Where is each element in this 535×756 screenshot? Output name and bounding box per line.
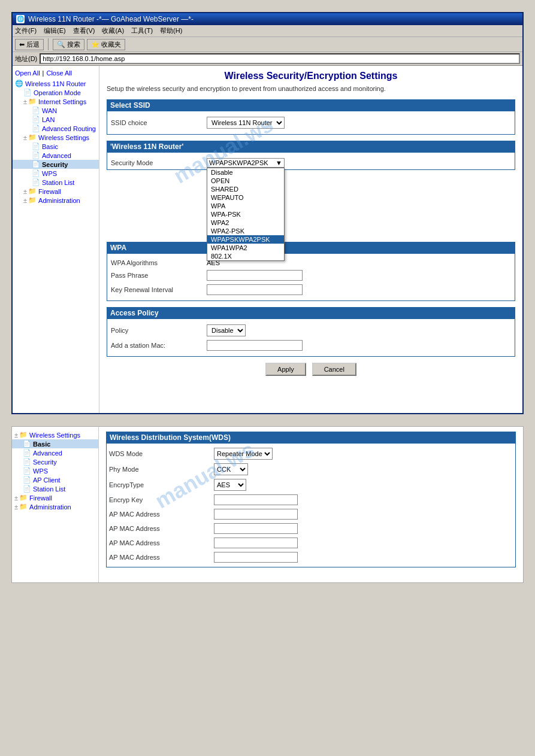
ap-mac-row-2: AP MAC Address: [109, 536, 513, 550]
wds-mode-select[interactable]: Repeater Mode Disable Bridge Mode: [214, 448, 273, 460]
toolbar-separator: [48, 38, 49, 50]
phy-mode-select[interactable]: CCK OFDM HTMIX: [214, 463, 248, 475]
ap-mac-row-0: AP MAC Address: [109, 507, 513, 521]
key-renewal-input[interactable]: [207, 284, 303, 295]
nav-item-internet-settings[interactable]: ±📁Internet Settings: [13, 97, 99, 106]
folder-expand-icon: ±: [23, 134, 27, 141]
folder-expand-icon: ±: [23, 197, 27, 204]
nav-item-basic[interactable]: 📄Basic: [12, 439, 98, 448]
second-nav-tree: ±📁Wireless Settings📄Basic📄Advanced📄Secur…: [12, 429, 98, 512]
dd-item-wepauto[interactable]: WEPAUTO: [207, 193, 284, 202]
nav-item-wps[interactable]: 📄WPS: [13, 169, 99, 178]
nav-item-advanced[interactable]: 📄Advanced: [13, 151, 99, 160]
ap-mac-input-3[interactable]: [214, 552, 298, 563]
ssid-select[interactable]: Wireless 11N Router: [207, 117, 285, 129]
nav-item-firewall[interactable]: ±📁Firewall: [13, 187, 99, 196]
security-mode-label: Security Mode: [111, 159, 207, 166]
encryp-type-row: EncrypType NONE WEP TKIP AES: [109, 477, 513, 493]
open-all-link[interactable]: Open All: [15, 69, 40, 77]
dd-item-8021x[interactable]: 802.1X: [207, 252, 284, 260]
dd-item-wpa2[interactable]: WPA2: [207, 218, 284, 227]
page-icon: 📄: [23, 467, 31, 475]
nav-item-station-list[interactable]: 📄Station List: [13, 178, 99, 187]
nav-item-operation-mode[interactable]: 📄Operation Mode: [13, 88, 99, 97]
nav-item-label: WPS: [42, 170, 57, 177]
nav-item-label: Operation Mode: [34, 89, 81, 96]
nav-item-basic[interactable]: 📄Basic: [13, 142, 99, 151]
nav-item-security[interactable]: 📄Security: [13, 160, 99, 169]
nav-item-wireless-settings[interactable]: ±📁Wireless Settings: [12, 430, 98, 439]
nav-item-label: Advanced: [33, 450, 62, 457]
page-icon: 📄: [23, 449, 31, 457]
menu-view[interactable]: 查看(V): [73, 26, 95, 35]
button-row: Apply Cancel: [107, 363, 515, 376]
nav-item-lan[interactable]: 📄LAN: [13, 115, 99, 124]
nav-item-label: AP Client: [33, 476, 61, 484]
menu-favorites[interactable]: 收藏(A): [102, 26, 124, 35]
pass-phrase-input[interactable]: [207, 270, 303, 281]
nav-item-wireless-settings[interactable]: ±📁Wireless Settings: [13, 133, 99, 142]
security-mode-row: Security Mode WPAPSKWPA2PSK ▼ Disable OP…: [111, 156, 511, 169]
nav-item-advanced[interactable]: 📄Advanced: [12, 448, 98, 457]
nav-item-label: Station List: [33, 485, 65, 493]
menu-edit[interactable]: 编辑(E): [44, 26, 66, 35]
favorites-button[interactable]: ⭐ 收藏夹: [87, 39, 125, 50]
ap-mac-input-1[interactable]: [214, 523, 298, 534]
nav-link-separator: |: [43, 69, 44, 77]
nav-item-wan[interactable]: 📄WAN: [13, 106, 99, 115]
wpa-header: WPA: [107, 242, 515, 254]
dd-item-wpapskwpa2psk[interactable]: WPAPSKWPA2PSK: [207, 235, 284, 244]
ap-mac-input-2[interactable]: [214, 538, 298, 548]
nav-item-firewall[interactable]: ±📁Firewall: [12, 493, 98, 502]
wds-mode-label: WDS Mode: [109, 450, 214, 457]
add-station-label: Add a station Mac:: [111, 342, 207, 349]
pass-phrase-label: Pass Phrase: [111, 272, 207, 279]
nav-item-wireless-11n-router[interactable]: 🌐Wireless 11N Router: [13, 79, 99, 88]
address-input[interactable]: [40, 53, 520, 64]
browser-icon: 🌐: [16, 15, 25, 23]
search-button[interactable]: 🔍 搜索: [53, 39, 84, 50]
nav-item-label: Wireless Settings: [29, 432, 80, 439]
page-icon: 📄: [23, 485, 31, 493]
menu-help[interactable]: 帮助(H): [160, 26, 182, 35]
page-description: Setup the wireless security and encrypti…: [107, 85, 515, 92]
encryp-type-select[interactable]: NONE WEP TKIP AES: [214, 479, 246, 491]
dd-item-wpa[interactable]: WPA: [207, 202, 284, 210]
encryp-key-input[interactable]: [214, 494, 298, 505]
cancel-button[interactable]: Cancel: [312, 363, 356, 376]
dd-item-disable[interactable]: Disable: [207, 168, 284, 177]
dd-item-wpa2psk[interactable]: WPA2-PSK: [207, 227, 284, 235]
dd-item-wpapsk[interactable]: WPA-PSK: [207, 210, 284, 218]
second-main: Wireless Distribution System(WDS) WDS Mo…: [99, 427, 523, 582]
apply-button[interactable]: Apply: [265, 363, 306, 376]
wds-mode-row: WDS Mode Repeater Mode Disable Bridge Mo…: [109, 446, 513, 462]
menu-tools[interactable]: 工具(T): [131, 26, 153, 35]
dd-item-shared[interactable]: SHARED: [207, 185, 284, 193]
nav-item-label: Security: [42, 161, 68, 168]
nav-item-label: Wireless Settings: [38, 134, 89, 141]
dd-item-wpa1wpa2[interactable]: WPA1WPA2: [207, 244, 284, 252]
security-mode-dropdown-arrow[interactable]: ▼: [276, 159, 282, 166]
nav-item-label: Wireless 11N Router: [25, 80, 86, 87]
nav-item-security[interactable]: 📄Security: [12, 457, 98, 466]
phy-mode-row: Phy Mode CCK OFDM HTMIX: [109, 462, 513, 477]
folder-icon: 📁: [19, 431, 28, 439]
menu-file[interactable]: 文件(F): [15, 26, 37, 35]
close-all-link[interactable]: Close All: [46, 69, 72, 77]
policy-select[interactable]: Disable Allow Reject: [207, 324, 246, 336]
nav-item-label: Station List: [42, 179, 74, 186]
encryp-type-label: EncrypType: [109, 481, 214, 488]
add-station-input[interactable]: [207, 340, 303, 351]
back-button[interactable]: ⬅ 后退: [15, 39, 44, 50]
second-content: manual.ws ±📁Wireless Settings📄Basic📄Adva…: [12, 427, 523, 582]
nav-item-ap-client[interactable]: 📄AP Client: [12, 475, 98, 484]
nav-item-wps[interactable]: 📄WPS: [12, 466, 98, 475]
nav-item-administration[interactable]: ±📁Administration: [13, 196, 99, 205]
ap-mac-input-0[interactable]: [214, 509, 298, 520]
nav-item-advanced-routing[interactable]: 📄Advanced Routing: [13, 124, 99, 133]
dd-item-open[interactable]: OPEN: [207, 177, 284, 185]
page-icon: 📄: [32, 107, 40, 114]
nav-item-station-list[interactable]: 📄Station List: [12, 484, 98, 493]
nav-item-administration[interactable]: ±📁Administration: [12, 502, 98, 511]
page-icon: 📄: [32, 178, 40, 186]
